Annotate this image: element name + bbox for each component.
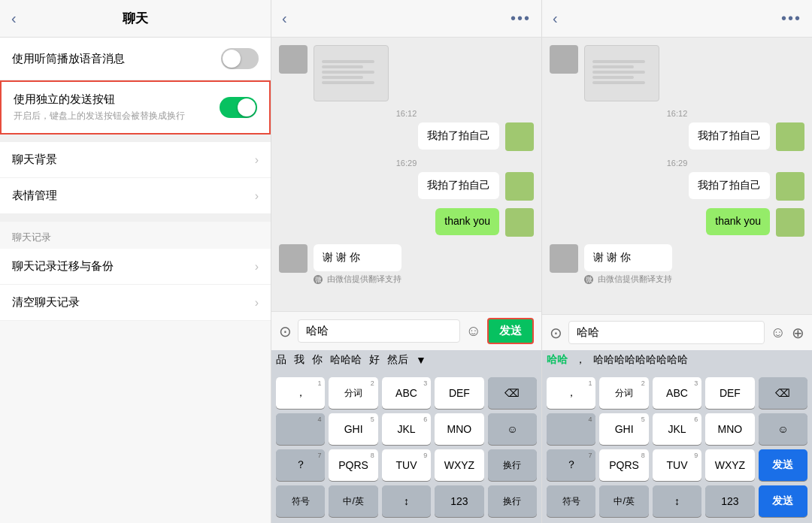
key-123-r[interactable]: 123 (705, 485, 754, 517)
key-send-r[interactable]: 发送 (759, 449, 807, 481)
plus-icon-right[interactable]: ⊕ (792, 324, 804, 342)
send-button-left[interactable]: 发送 (487, 318, 534, 344)
avatar (279, 45, 308, 74)
key-abc[interactable]: 3ABC (382, 377, 431, 409)
divider1 (0, 135, 271, 142)
keyboard-row: 4 5GHI 6JKL MNO ☺ (276, 413, 537, 445)
keyboard-rows-right: 1， 2分词 3ABC DEF ⌫ 4 5GHI 6JKL MNO ☺ 7？ 8… (545, 374, 809, 520)
chat-panel-left: ‹ ••• 16:12 我拍了拍自己 (271, 0, 541, 523)
suggestion-item[interactable]: 你 (312, 353, 323, 367)
translation-text: 微 由微信提供翻译支持 (314, 274, 401, 285)
key-symbol[interactable]: 符号 (276, 485, 325, 517)
settings-emoji-mgmt[interactable]: 表情管理 › (0, 178, 271, 214)
key-symbol-r[interactable]: 符号 (547, 485, 595, 517)
suggestion-chevron[interactable]: ▼ (416, 354, 426, 366)
key-wxyz-r[interactable]: WXYZ (705, 449, 754, 481)
key-send-r2[interactable]: 发送 (759, 485, 807, 517)
key-mno-r[interactable]: MNO (705, 413, 754, 445)
key-4[interactable]: 4 (276, 413, 325, 445)
chat-right-back[interactable]: ‹ (553, 10, 558, 27)
key-delete[interactable]: ⌫ (488, 377, 537, 409)
key-switch[interactable]: ↕ (382, 485, 431, 517)
mic-icon-right[interactable]: ⊙ (550, 324, 562, 342)
key-comma[interactable]: 1， (276, 377, 325, 409)
avatar (776, 122, 804, 151)
suggestion-item[interactable]: 我 (294, 353, 304, 367)
emoji-mgmt-label: 表情管理 (12, 189, 57, 203)
suggestion-item[interactable]: 哈哈哈哈哈哈哈哈哈 (593, 353, 688, 367)
key-lang-r[interactable]: 中/英 (599, 485, 648, 517)
key-mno[interactable]: MNO (435, 413, 483, 445)
chat-messages-left: 16:12 我拍了拍自己 16:29 我拍了拍自己 thank you 谢 谢 … (271, 38, 541, 311)
list-item: thank you (279, 208, 534, 237)
chat-left-dots[interactable]: ••• (511, 10, 531, 27)
key-pqrs-r[interactable]: 8PQRS (599, 449, 648, 481)
settings-record-clear[interactable]: 清空聊天记录 › (0, 285, 271, 321)
send-button-toggle[interactable] (220, 97, 257, 118)
key-newline[interactable]: 换行 (488, 449, 537, 481)
suggestion-item[interactable]: 品 (276, 353, 286, 367)
keyboard-suggestions-left: 品 我 你 哈哈哈 好 然后 ▼ (271, 350, 541, 370)
key-ghi[interactable]: 5GHI (329, 413, 377, 445)
avatar (776, 172, 804, 201)
msg-content: 谢 谢 你 微 由微信提供翻译支持 (584, 244, 672, 285)
settings-send-button: 使用独立的发送按钮 开启后，键盘上的发送按钮会被替换成换行 (0, 80, 271, 135)
key-comma-r[interactable]: 1， (547, 377, 595, 409)
key-switch-r[interactable]: ↕ (653, 485, 701, 517)
message-bubble-sent: thank you (706, 208, 770, 235)
chat-right-dots[interactable]: ••• (781, 10, 801, 27)
chat-input-field-right[interactable] (568, 321, 765, 344)
list-item: 我拍了拍自己 (550, 122, 804, 151)
mic-icon-left[interactable]: ⊙ (279, 322, 292, 340)
record-clear-chevron: › (255, 296, 259, 310)
record-section-label: 聊天记录 (0, 222, 271, 249)
key-def[interactable]: DEF (435, 377, 483, 409)
key-ghi-r[interactable]: 5GHI (599, 413, 648, 445)
suggestion-item[interactable]: 哈哈 (547, 353, 568, 367)
key-pqrs[interactable]: 8PQRS (329, 449, 377, 481)
settings-record-migrate[interactable]: 聊天记录迁移与备份 › (0, 249, 271, 285)
chat-left-back[interactable]: ‹ (282, 10, 287, 27)
send-button-sublabel: 开启后，键盘上的发送按钮会被替换成换行 (14, 110, 185, 122)
emoji-icon-right[interactable]: ☺ (771, 324, 786, 341)
record-clear-label: 清空聊天记录 (12, 295, 80, 310)
key-def-r[interactable]: DEF (705, 377, 754, 409)
key-fenchi[interactable]: 2分词 (329, 377, 377, 409)
key-emoji[interactable]: ☺ (488, 413, 537, 445)
emoji-icon-left[interactable]: ☺ (466, 322, 481, 340)
suggestion-item[interactable]: 然后 (387, 353, 408, 367)
key-question-r[interactable]: 7？ (547, 449, 595, 481)
chat-time-2: 16:29 (279, 159, 534, 168)
chat-time-r1: 16:12 (550, 109, 804, 118)
list-item: 我拍了拍自己 (279, 122, 534, 151)
earpiece-toggle[interactable] (221, 48, 259, 69)
key-jkl-r[interactable]: 6JKL (653, 413, 701, 445)
settings-back-button[interactable]: ‹ (11, 10, 17, 27)
settings-chat-bg[interactable]: 聊天背景 › (0, 142, 271, 178)
key-emoji-r[interactable]: ☺ (759, 413, 807, 445)
key-lang[interactable]: 中/英 (329, 485, 377, 517)
key-fenchi-r[interactable]: 2分词 (599, 377, 648, 409)
keyboard-row: 符号 中/英 ↕ 123 发送 (547, 485, 807, 517)
msg-content: thank you (435, 208, 499, 235)
key-delete-r[interactable]: ⌫ (759, 377, 807, 409)
key-wxyz[interactable]: WXYZ (435, 449, 483, 481)
key-jkl[interactable]: 6JKL (382, 413, 431, 445)
key-123[interactable]: 123 (435, 485, 483, 517)
chat-input-field-left[interactable] (298, 319, 460, 343)
message-bubble-sent: thank you (435, 208, 499, 235)
key-question[interactable]: 7？ (276, 449, 325, 481)
suggestion-item[interactable]: ， (575, 353, 586, 367)
settings-panel: ‹ 聊天 使用听筒播放语音消息 使用独立的发送按钮 开启后，键盘上的发送按钮会被… (0, 0, 271, 523)
key-4-r[interactable]: 4 (547, 413, 595, 445)
avatar (550, 45, 578, 74)
key-tuv[interactable]: 9TUV (382, 449, 431, 481)
key-abc-r[interactable]: 3ABC (653, 377, 701, 409)
suggestion-item[interactable]: 哈哈哈 (330, 353, 362, 367)
suggestion-item[interactable]: 好 (369, 353, 380, 367)
key-tuv-r[interactable]: 9TUV (653, 449, 701, 481)
msg-content: 我拍了拍自己 (418, 172, 499, 199)
msg-content (584, 45, 659, 101)
chat-header-right: ‹ ••• (542, 0, 812, 38)
key-newline2[interactable]: 换行 (488, 485, 537, 517)
